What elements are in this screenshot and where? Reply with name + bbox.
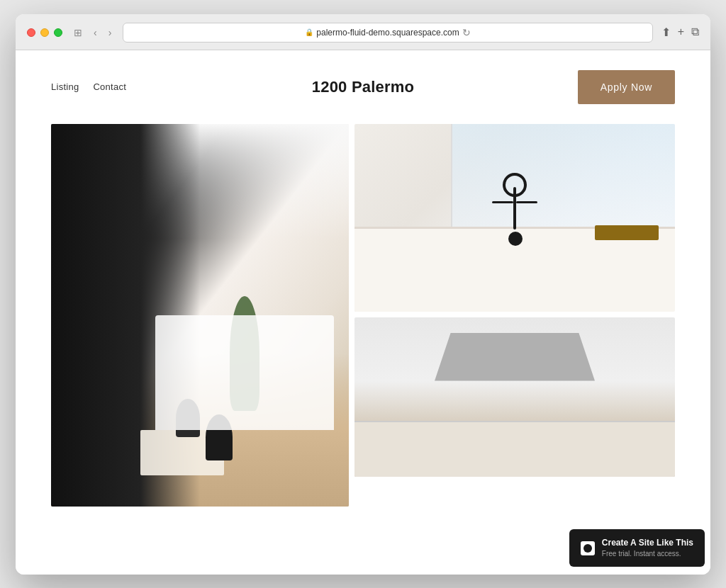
kitchen-counter xyxy=(354,421,675,477)
living-room-stump-2 xyxy=(206,414,233,460)
page-content: Listing Contact 1200 Palermo Apply Now xyxy=(16,50,710,575)
badge-text: Create A Site Like This Free trial. Inst… xyxy=(602,538,693,558)
browser-nav-controls: ⊞ ‹ › xyxy=(71,26,114,40)
browser-chrome: ⊞ ‹ › 🔒 palermo-fluid-demo.squarespace.c… xyxy=(16,14,710,50)
nav-contact[interactable]: Contact xyxy=(93,81,126,92)
address-bar[interactable]: 🔒 palermo-fluid-demo.squarespace.com ↻ xyxy=(123,23,652,43)
faucet-body xyxy=(513,187,516,230)
apply-now-button[interactable]: Apply Now xyxy=(578,70,675,104)
squarespace-logo xyxy=(581,541,595,555)
living-room-image xyxy=(51,124,349,507)
browser-window: ⊞ ‹ › 🔒 palermo-fluid-demo.squarespace.c… xyxy=(16,14,710,575)
gallery-left-column xyxy=(51,124,349,507)
url-text: palermo-fluid-demo.squarespace.com xyxy=(316,28,459,38)
bathtub-tray xyxy=(595,225,659,240)
lock-icon: 🔒 xyxy=(305,28,313,36)
living-room-stump-1 xyxy=(176,399,200,437)
back-button[interactable]: ‹ xyxy=(91,26,100,40)
squarespace-badge[interactable]: Create A Site Like This Free trial. Inst… xyxy=(569,529,705,567)
badge-sub-text: Free trial. Instant access. xyxy=(602,549,693,558)
site-nav: Listing Contact xyxy=(51,81,126,92)
header-right: Apply Now xyxy=(578,70,675,104)
share-icon[interactable]: ⬆ xyxy=(661,26,671,39)
gallery xyxy=(16,124,710,528)
browser-actions: ⬆ + ⧉ xyxy=(661,26,699,39)
forward-button[interactable]: › xyxy=(106,26,115,40)
new-tab-icon[interactable]: + xyxy=(678,26,684,39)
minimize-button[interactable] xyxy=(40,28,49,37)
refresh-icon[interactable]: ↻ xyxy=(462,27,471,38)
faucet-head xyxy=(503,173,527,197)
squarespace-logo-inner xyxy=(583,544,592,553)
tabs-icon[interactable]: ⧉ xyxy=(691,26,699,39)
site-title: 1200 Palermo xyxy=(312,78,415,96)
badge-main-text: Create A Site Like This xyxy=(602,538,693,549)
faucet-arm-left xyxy=(492,201,513,203)
faucet-arm-right xyxy=(516,201,537,203)
gallery-right-column xyxy=(354,124,675,477)
living-room-details xyxy=(51,124,349,507)
maximize-button[interactable] xyxy=(54,28,62,37)
nav-listing[interactable]: Listing xyxy=(51,81,79,92)
living-room-plant xyxy=(230,296,259,411)
bathroom-image xyxy=(354,124,675,312)
close-button[interactable] xyxy=(27,28,35,37)
window-switcher-icon[interactable]: ⊞ xyxy=(71,26,85,40)
site-header: Listing Contact 1200 Palermo Apply Now xyxy=(16,50,710,124)
kitchen-image xyxy=(354,317,675,477)
traffic-lights xyxy=(27,28,62,37)
bathroom-faucet xyxy=(451,162,579,256)
range-hood xyxy=(435,333,595,381)
